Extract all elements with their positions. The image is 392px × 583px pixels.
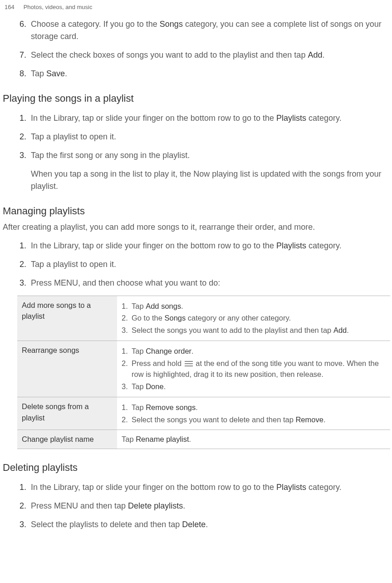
table-label: Rearrange songs — [17, 341, 117, 397]
section-heading-managing: Managing playlists — [3, 203, 390, 218]
managing-intro: After creating a playlist, you can add m… — [3, 221, 389, 233]
list-item: 3. Tap the first song or any song in the… — [2, 149, 390, 162]
table-value: Tap Rename playlist. — [117, 430, 390, 449]
list-item: 1. In the Library, tap or slide your fin… — [2, 240, 390, 252]
list-item: 3. Press MENU, and then choose what you … — [2, 277, 390, 289]
list-item: 2. Press MENU and then tap Delete playli… — [2, 500, 390, 512]
playing-follow-text: When you tap a song in the list to play … — [31, 168, 390, 193]
page-header: 164 Photos, videos, and music — [0, 0, 392, 12]
step-number: 1. — [2, 112, 31, 124]
step-text: In the Library, tap or slide your finger… — [31, 240, 390, 252]
table-label: Change playlist name — [17, 430, 117, 449]
step-text: Select the playlists to delete and then … — [31, 519, 390, 531]
step-number: 1. — [2, 240, 31, 252]
page: 164 Photos, videos, and music 6. Choose … — [0, 0, 392, 546]
managing-steps: 1. In the Library, tap or slide your fin… — [2, 240, 390, 289]
step-text: Press MENU and then tap Delete playlists… — [31, 500, 390, 512]
chapter-title: Photos, videos, and music — [24, 3, 93, 12]
list-item: 8. Tap Save. — [2, 68, 390, 80]
step-number: 2. — [2, 258, 31, 271]
top-steps: 6. Choose a category. If you go to the S… — [2, 18, 390, 80]
list-item: 1. In the Library, tap or slide your fin… — [2, 481, 390, 494]
table-value: 1.Tap Remove songs. 2.Select the songs y… — [117, 397, 390, 430]
step-number: 1. — [2, 481, 31, 494]
step-text: Tap the first song or any song in the pl… — [31, 149, 390, 162]
playing-steps: 1. In the Library, tap or slide your fin… — [2, 112, 390, 162]
step-text: Select the check boxes of songs you want… — [31, 49, 390, 61]
section-heading-playing: Playing the songs in a playlist — [3, 91, 390, 106]
step-number: 8. — [2, 68, 31, 80]
table-row: Rearrange songs 1.Tap Change order. 2.Pr… — [17, 341, 390, 397]
list-item: 2. Tap a playlist to open it. — [2, 131, 390, 143]
step-text: Choose a category. If you go to the Song… — [31, 18, 390, 43]
step-number: 3. — [2, 277, 31, 289]
list-item: 2. Tap a playlist to open it. — [2, 258, 390, 271]
step-number: 3. — [2, 519, 31, 531]
list-item: 6. Choose a category. If you go to the S… — [2, 18, 390, 43]
step-number: 3. — [2, 149, 31, 162]
list-item: 3. Select the playlists to delete and th… — [2, 519, 390, 531]
table-row: Add more songs to a playlist 1.Tap Add s… — [17, 296, 390, 341]
table-label: Delete songs from a playlist — [17, 397, 117, 430]
list-item: 1. In the Library, tap or slide your fin… — [2, 112, 390, 124]
list-item: 7. Select the check boxes of songs you w… — [2, 49, 390, 61]
managing-table: Add more songs to a playlist 1.Tap Add s… — [17, 296, 390, 450]
table-row: Change playlist name Tap Rename playlist… — [17, 430, 390, 449]
step-text: Tap a playlist to open it. — [31, 131, 390, 143]
deleting-steps: 1. In the Library, tap or slide your fin… — [2, 481, 390, 531]
content: 6. Choose a category. If you go to the S… — [0, 18, 392, 531]
step-number: 7. — [2, 49, 31, 61]
step-text: Tap a playlist to open it. — [31, 258, 390, 271]
drag-handle-icon — [185, 361, 193, 366]
table-value: 1.Tap Change order. 2.Press and hold at … — [117, 341, 390, 397]
step-text: In the Library, tap or slide your finger… — [31, 112, 390, 124]
step-number: 6. — [2, 18, 31, 30]
step-number: 2. — [2, 500, 31, 512]
section-heading-deleting: Deleting playlists — [3, 460, 390, 475]
step-number: 2. — [2, 131, 31, 143]
table-value: 1.Tap Add songs. 2.Go to the Songs categ… — [117, 296, 390, 341]
step-text: Press MENU, and then choose what you wan… — [31, 277, 390, 289]
step-text: Tap Save. — [31, 68, 390, 80]
table-row: Delete songs from a playlist 1.Tap Remov… — [17, 397, 390, 430]
step-text: In the Library, tap or slide your finger… — [31, 481, 390, 494]
page-number: 164 — [5, 3, 15, 12]
table-label: Add more songs to a playlist — [17, 296, 117, 341]
